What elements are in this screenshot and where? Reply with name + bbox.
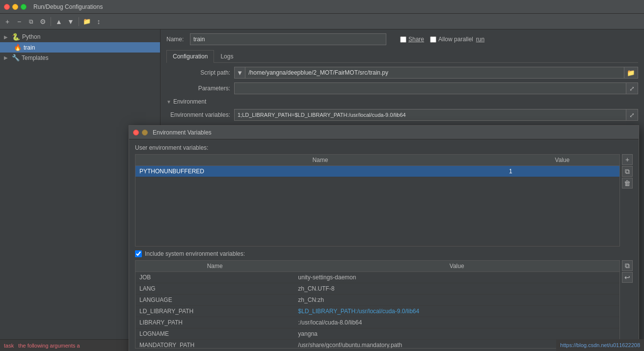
user-env-table: Name Value PYTHONUNBUFFERED 1 bbox=[135, 155, 619, 246]
parameters-input-group: ⤢ bbox=[234, 82, 638, 94]
user-row-value: 1 bbox=[505, 166, 619, 177]
empty-row bbox=[135, 177, 619, 246]
include-system-label: Include system environment variables: bbox=[145, 250, 245, 257]
url-text: https://blog.csdn.net/u011622208 bbox=[560, 342, 640, 348]
script-path-row: Script path: ▼ 📁 bbox=[166, 67, 638, 79]
environment-section-header[interactable]: ▼ Environment bbox=[166, 98, 638, 105]
system-table-area: Name Value JOB unity-settings-daemon LAN… bbox=[135, 260, 633, 349]
python-icon: 🐍 bbox=[12, 33, 20, 41]
env-variables-dialog[interactable]: Environment Variables User environment v… bbox=[129, 125, 639, 351]
table-row[interactable]: LIBRARY_PATH :/usr/local/cuda-8.0/lib64 bbox=[135, 317, 619, 328]
share-label: Share bbox=[408, 36, 424, 43]
minimize-button[interactable] bbox=[12, 4, 18, 10]
name-label: Name: bbox=[166, 36, 186, 43]
url-bar: https://blog.csdn.net/u011622208 bbox=[556, 339, 644, 351]
status-line2: the following arguments a bbox=[18, 343, 80, 349]
environment-arrow: ▼ bbox=[166, 99, 171, 105]
sys-ldlibpath-name: LD_LIBRARY_PATH bbox=[135, 306, 294, 317]
allow-parallel-item: Allow parallel run bbox=[430, 36, 484, 43]
remove-button[interactable]: − bbox=[14, 16, 25, 27]
dialog-close-button[interactable] bbox=[133, 130, 139, 135]
templates-arrow: ▶ bbox=[4, 55, 10, 60]
status-line1: task bbox=[4, 343, 14, 349]
move-up-button[interactable]: ▲ bbox=[54, 16, 64, 27]
include-system-checkbox[interactable] bbox=[135, 250, 142, 257]
move-down-button[interactable]: ▼ bbox=[65, 16, 76, 27]
maximize-button[interactable] bbox=[21, 4, 27, 10]
allow-parallel-checkbox[interactable] bbox=[430, 36, 436, 43]
expand-button[interactable]: ⤢ bbox=[626, 82, 638, 94]
table-row[interactable]: LOGNAME yangna bbox=[135, 328, 619, 340]
table-row[interactable]: PYTHONUNBUFFERED 1 bbox=[135, 166, 619, 177]
sys-undo-button[interactable]: ↩ bbox=[622, 272, 633, 283]
dialog-title-bar: Environment Variables bbox=[129, 126, 639, 139]
table-row[interactable]: LD_LIBRARY_PATH $LD_LIBRARY_PATH:/usr/lo… bbox=[135, 306, 619, 317]
train-label: train bbox=[24, 44, 35, 51]
sys-value-header: Value bbox=[294, 261, 619, 272]
script-type-dropdown[interactable]: ▼ bbox=[234, 67, 245, 79]
train-icon: 🔥 bbox=[14, 44, 22, 51]
table-row[interactable]: MANDATORY_PATH /usr/share/gconf/ubuntu.m… bbox=[135, 340, 619, 349]
dialog-title: Environment Variables bbox=[153, 129, 212, 136]
separator-2 bbox=[79, 17, 79, 26]
sys-language-name: LANGUAGE bbox=[135, 295, 294, 306]
name-input[interactable] bbox=[190, 33, 386, 45]
dialog-min-button[interactable] bbox=[142, 130, 148, 135]
settings-button[interactable]: ⚙ bbox=[37, 16, 48, 27]
status-text: task the following arguments a bbox=[4, 343, 80, 349]
table-row[interactable]: LANGUAGE zh_CN:zh bbox=[135, 295, 619, 306]
parameters-label: Parameters: bbox=[166, 85, 230, 92]
system-env-table: Name Value JOB unity-settings-daemon LAN… bbox=[135, 261, 619, 349]
name-row: Name: Share Allow parallel run bbox=[166, 33, 638, 45]
sys-copy-button[interactable]: ⧉ bbox=[622, 260, 633, 271]
script-path-input[interactable] bbox=[245, 67, 624, 79]
share-checkbox-item: Share bbox=[400, 36, 424, 43]
include-system-row: Include system environment variables: bbox=[135, 250, 633, 257]
parameters-input[interactable] bbox=[234, 82, 626, 94]
table-row[interactable]: JOB unity-settings-daemon bbox=[135, 272, 619, 283]
tab-configuration[interactable]: Configuration bbox=[166, 50, 214, 63]
env-expand-button[interactable]: ⤢ bbox=[626, 109, 638, 121]
copy-var-button[interactable]: ⧉ bbox=[622, 166, 633, 177]
user-row-name: PYTHONUNBUFFERED bbox=[135, 166, 505, 177]
python-label: Python bbox=[22, 33, 40, 40]
sidebar-item-train[interactable]: 🔥 train bbox=[0, 42, 160, 53]
system-table-actions: ⧉ ↩ bbox=[622, 260, 633, 349]
browse-button[interactable]: 📁 bbox=[624, 67, 638, 79]
add-button[interactable]: + bbox=[2, 16, 13, 27]
toolbar: + − ⧉ ⚙ ▲ ▼ 📁 ↕ bbox=[0, 14, 644, 29]
sys-lang-name: LANG bbox=[135, 283, 294, 295]
templates-label: Templates bbox=[22, 54, 49, 61]
table-row[interactable]: LANG zh_CN.UTF-8 bbox=[135, 283, 619, 295]
sys-libpath-value: :/usr/local/cuda-8.0/lib64 bbox=[294, 317, 619, 328]
tab-logs[interactable]: Logs bbox=[214, 50, 240, 62]
share-checkbox[interactable] bbox=[400, 36, 406, 43]
sys-mandatory-name: MANDATORY_PATH bbox=[135, 340, 294, 349]
folder-button[interactable]: 📁 bbox=[81, 16, 92, 27]
sys-language-value: zh_CN:zh bbox=[294, 295, 619, 306]
close-button[interactable] bbox=[4, 4, 10, 10]
sort-button[interactable]: ↕ bbox=[93, 16, 104, 27]
env-variables-label: Environment variables: bbox=[166, 111, 230, 118]
sidebar-item-templates[interactable]: ▶ 🔧 Templates bbox=[0, 53, 160, 63]
sys-lang-value: zh_CN.UTF-8 bbox=[294, 283, 619, 295]
config-tabs: Configuration Logs bbox=[166, 50, 638, 63]
sidebar-item-python[interactable]: ▶ 🐍 Python bbox=[0, 31, 160, 42]
script-path-input-group: ▼ 📁 bbox=[234, 67, 638, 79]
env-variables-input-group: ⤢ bbox=[234, 109, 638, 121]
dialog-content: User environment variables: Name Value bbox=[129, 139, 639, 351]
run-label: run bbox=[476, 36, 484, 43]
system-table-container: Name Value JOB unity-settings-daemon LAN… bbox=[135, 260, 620, 349]
env-variables-input[interactable] bbox=[234, 109, 626, 121]
sys-logname-name: LOGNAME bbox=[135, 328, 294, 340]
delete-var-button[interactable]: 🗑 bbox=[622, 178, 633, 189]
add-var-button[interactable]: + bbox=[622, 154, 633, 165]
window-title: Run/Debug Configurations bbox=[33, 3, 103, 10]
script-path-label: Script path: bbox=[166, 69, 230, 76]
user-table-actions: + ⧉ 🗑 bbox=[622, 154, 633, 246]
templates-icon: 🔧 bbox=[12, 54, 20, 61]
copy-button[interactable]: ⧉ bbox=[26, 16, 36, 27]
status-bar: task the following arguments a bbox=[0, 339, 133, 351]
window-controls bbox=[4, 4, 27, 10]
parameters-row: Parameters: ⤢ bbox=[166, 82, 638, 94]
